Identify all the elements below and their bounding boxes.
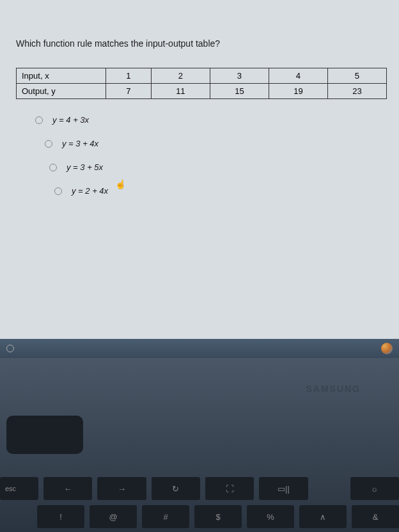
radio-icon [49, 164, 57, 171]
cell: 23 [327, 84, 386, 99]
cell: 11 [151, 84, 210, 99]
option-label: y = 4 + 3x [52, 115, 89, 125]
reload-key[interactable]: ↻ [152, 477, 200, 500]
spacer [313, 477, 345, 500]
key-7[interactable]: & [352, 505, 399, 528]
key-4[interactable]: $ [194, 505, 242, 528]
cell: 19 [269, 84, 327, 99]
cell: 4 [269, 68, 327, 84]
hinge [6, 416, 83, 454]
key-2[interactable]: @ [90, 505, 137, 528]
table-row: Input, x 1 2 3 4 5 [17, 68, 387, 84]
brand-label: SAMSUNG [306, 384, 361, 394]
laptop-body: SAMSUNG esc ← → ↻ ⛶ ▭|| ☼ ! @ # $ % ∧ & [0, 358, 399, 532]
cell: 5 [327, 68, 386, 84]
option-label: y = 2 + 4x [72, 186, 108, 196]
cell: 2 [151, 68, 210, 84]
option-a[interactable]: y = 4 + 3x [35, 115, 383, 125]
table-row: Output, y 7 11 15 19 23 [17, 84, 387, 99]
key-5[interactable]: % [247, 505, 294, 528]
key-1[interactable]: ! [37, 505, 84, 528]
answer-options: y = 4 + 3x y = 3 + 4x y = 3 + 5x y = 2 +… [16, 115, 383, 196]
quiz-content: Which function rule matches the input-ou… [0, 0, 399, 229]
cell: 3 [210, 68, 269, 84]
cell: 1 [106, 68, 152, 84]
option-label: y = 3 + 4x [62, 139, 98, 148]
cell: 7 [106, 84, 152, 99]
row-label: Output, y [17, 84, 106, 99]
keyboard: esc ← → ↻ ⛶ ▭|| ☼ ! @ # $ % ∧ & [0, 474, 399, 532]
key-3[interactable]: # [142, 505, 189, 528]
radio-icon [45, 140, 52, 148]
screen-area: Which function rule matches the input-ou… [0, 0, 399, 358]
input-output-table: Input, x 1 2 3 4 5 Output, y 7 11 15 19 … [16, 68, 387, 99]
key-row-1: esc ← → ↻ ⛶ ▭|| ☼ [0, 474, 399, 503]
radio-icon [54, 187, 62, 195]
fullscreen-key[interactable]: ⛶ [205, 477, 254, 500]
launcher-icon[interactable] [6, 345, 14, 352]
chrome-icon[interactable] [381, 343, 393, 354]
esc-key[interactable]: esc [0, 477, 38, 500]
key-6[interactable]: ∧ [299, 505, 347, 528]
brightness-key[interactable]: ☼ [350, 477, 399, 500]
option-label: y = 3 + 5x [66, 162, 103, 172]
spacer [0, 505, 32, 528]
option-d[interactable]: y = 2 + 4x [35, 186, 383, 196]
option-b[interactable]: y = 3 + 4x [35, 139, 383, 148]
back-key[interactable]: ← [43, 477, 92, 500]
row-label: Input, x [17, 68, 106, 84]
cursor-icon: ☝ [115, 179, 126, 189]
taskbar [0, 339, 399, 358]
option-c[interactable]: y = 3 + 5x [35, 162, 383, 172]
switch-key[interactable]: ▭|| [259, 477, 308, 500]
question-text: Which function rule matches the input-ou… [16, 38, 383, 49]
forward-key[interactable]: → [97, 477, 146, 500]
key-row-2: ! @ # $ % ∧ & [0, 503, 399, 531]
cell: 15 [210, 84, 269, 99]
radio-icon [35, 116, 43, 124]
